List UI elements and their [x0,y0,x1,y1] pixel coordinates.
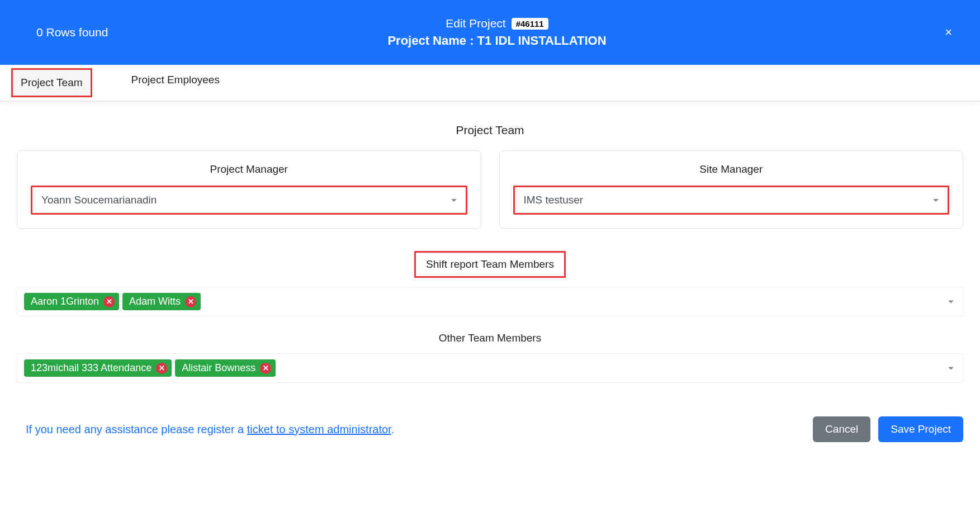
modal-title: Edit Project [446,17,505,30]
close-icon[interactable]: × [945,26,952,39]
section-title-project-team: Project Team [17,124,963,137]
cancel-button[interactable]: Cancel [813,416,870,442]
project-manager-select[interactable]: Yoann Soucemarianadin [31,186,467,215]
project-name-label: Project Name : [387,34,474,48]
footer-buttons: Cancel Save Project [813,416,963,442]
site-manager-label: Site Manager [513,163,950,176]
tag-label: Adam Witts [129,296,181,307]
help-link[interactable]: ticket to system administrator [247,423,391,435]
shift-report-heading: Shift report Team Members [414,251,566,278]
tag-item: Aaron 1Grinton ✕ [24,293,119,310]
header-center: Edit Project #46111 Project Name : T1 ID… [36,17,958,48]
save-project-button[interactable]: Save Project [878,416,963,442]
project-name-value: T1 IDL INSTALLATION [477,34,607,48]
site-manager-value: IMS testuser [524,194,584,206]
other-members-heading: Other Team Members [17,332,963,344]
project-name-subtitle: Project Name : T1 IDL INSTALLATION [36,34,958,48]
help-prefix: If you need any assistance please regist… [26,423,247,435]
project-manager-label: Project Manager [31,163,467,176]
chevron-down-icon [948,300,954,303]
help-text: If you need any assistance please regist… [26,423,394,436]
tag-item: 123michail 333 Attendance ✕ [24,359,172,377]
modal-content: Project Team Project Manager Yoann Souce… [0,101,980,394]
project-manager-value: Yoann Soucemarianadin [41,194,157,206]
remove-icon[interactable]: ✕ [156,363,167,374]
project-id-badge: #46111 [512,18,548,30]
tag-label: Aaron 1Grinton [31,296,99,307]
manager-row: Project Manager Yoann Soucemarianadin Si… [17,150,963,229]
remove-icon[interactable]: ✕ [185,296,196,307]
shift-report-heading-wrap: Shift report Team Members [17,251,963,278]
remove-icon[interactable]: ✕ [103,296,115,307]
help-suffix: . [391,423,395,435]
chevron-down-icon [933,199,939,202]
chevron-down-icon [948,367,954,369]
tab-project-team[interactable]: Project Team [11,68,92,97]
chevron-down-icon [451,199,457,202]
project-manager-card: Project Manager Yoann Soucemarianadin [17,150,481,229]
remove-icon[interactable]: ✕ [260,363,271,374]
tab-bar: Project Team Project Employees [0,65,980,101]
tag-item: Adam Witts ✕ [122,293,201,310]
other-members-multiselect[interactable]: 123michail 333 Attendance ✕ Alistair Bow… [17,353,963,383]
site-manager-card: Site Manager IMS testuser [499,150,964,229]
modal-footer: If you need any assistance please regist… [0,394,980,459]
tag-label: Alistair Bowness [182,362,255,374]
shift-report-multiselect[interactable]: Aaron 1Grinton ✕ Adam Witts ✕ [17,287,963,316]
rows-found-text: 0 Rows found [36,26,108,39]
tab-project-employees[interactable]: Project Employees [126,65,225,101]
site-manager-select[interactable]: IMS testuser [513,186,950,215]
modal-header: 0 Rows found Edit Project #46111 Project… [0,0,980,65]
tag-label: 123michail 333 Attendance [31,362,152,374]
tag-item: Alistair Bowness ✕ [175,359,276,377]
